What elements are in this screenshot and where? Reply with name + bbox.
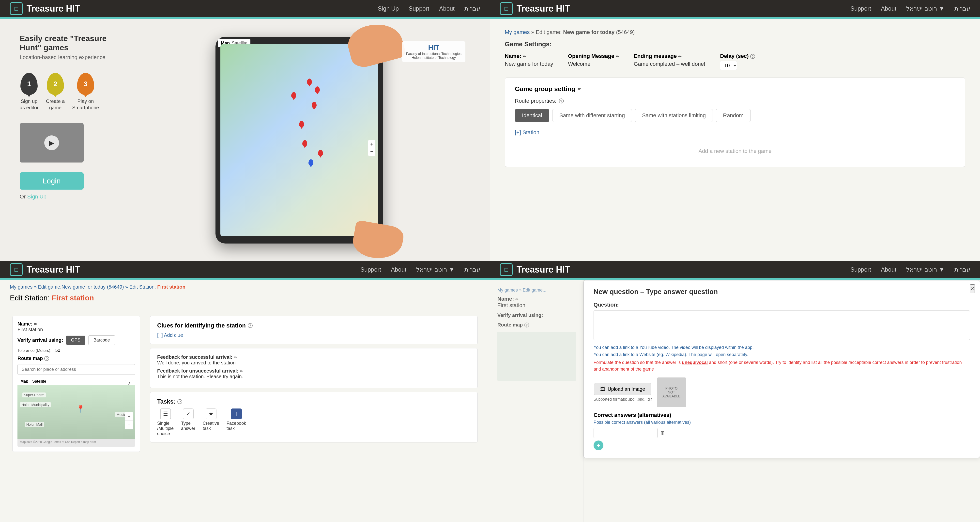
logo-icon-q4: ◻ <box>500 263 512 276</box>
upload-image-btn[interactable]: 🖼 Upload an Image <box>594 383 651 395</box>
name-edit-icon[interactable]: ✏ <box>523 54 526 59</box>
task-single-choice[interactable]: ☰ Single/Multiplechoice <box>157 409 173 436</box>
name-value-q3: First station <box>18 327 135 332</box>
upload-image-icon: 🖼 <box>600 386 605 392</box>
delete-answer-btn-1[interactable]: 🗑 <box>660 430 665 436</box>
nav-about-q3[interactable]: About <box>391 266 406 273</box>
question-textarea[interactable] <box>593 310 970 340</box>
nav-about-q4[interactable]: About <box>881 266 896 273</box>
breadcrumb-my-games[interactable]: My games <box>505 29 530 35</box>
station-name-box: Name: ✏ First station Verify arrival usi… <box>12 316 140 452</box>
name-label-q3: Name: ✏ <box>18 321 37 327</box>
task-facebook[interactable]: f Facebooktask <box>227 409 246 436</box>
hint-website: You can add a link to a Website (eg. Wik… <box>593 352 970 357</box>
nav-user-q2[interactable]: רוטם ישראל ▼ <box>906 5 945 12</box>
pin-2: 2 <box>47 73 64 95</box>
creative-task-icon: ★ <box>206 409 216 419</box>
gs-name: Name: ✏ New game for today <box>505 53 553 70</box>
logo-area-q1: ◻ Treasure HIT <box>10 2 80 15</box>
breadcrumb-q3: My games » Edit game:New game for today … <box>10 284 480 290</box>
clues-info-icon: ? <box>248 323 253 328</box>
upload-section: 🖼 Upload an Image Supported formats: .jp… <box>593 377 970 407</box>
feedback-fail-row: Feedback for unsuccessful arrival: ✏ Thi… <box>157 368 471 380</box>
group-edit-icon[interactable]: ✏ <box>578 87 581 91</box>
feedback-success-value: Well done, you arrived to the station <box>157 360 471 366</box>
nav-about-q1[interactable]: About <box>439 5 455 12</box>
step-num-2: 2 <box>53 80 57 88</box>
task-type-answer[interactable]: ✓ Typeanswer <box>181 409 195 436</box>
headline: Easily create "Treasure Hunt" games <box>20 34 113 52</box>
modal-title: New question – Type answer question <box>593 288 970 296</box>
map-pin-3 <box>312 102 317 108</box>
site-name-q3: Treasure HIT <box>27 265 80 275</box>
station-map-tab-satellite[interactable]: Satellite <box>32 379 46 384</box>
feedback-success-row: Feedback for successful arrival: ✏ Well … <box>157 354 471 366</box>
map-pin-6 <box>309 159 313 166</box>
nav-about-q2[interactable]: About <box>881 5 896 12</box>
station-map-tab-map[interactable]: Map <box>21 379 28 384</box>
map-zoom-in[interactable]: + <box>125 412 133 421</box>
login-button[interactable]: Login <box>20 172 84 190</box>
route-btn-identical[interactable]: Identical <box>515 109 549 122</box>
step-label-2: Create agame <box>46 98 65 111</box>
gs-name-value: New game for today <box>505 61 553 67</box>
map-pin-7 <box>318 150 323 156</box>
map-zoom-out[interactable]: − <box>125 421 133 429</box>
modal-close-btn[interactable]: × <box>970 284 975 293</box>
route-btn-stations-limiting[interactable]: Same with stations limiting <box>635 109 713 122</box>
hit-title: HIT <box>406 44 461 52</box>
gs-opening: Opening Message ✏ Welcome <box>568 53 619 70</box>
q4-name-edit-icon[interactable]: ✏ <box>515 297 519 302</box>
barcode-btn[interactable]: Barcode <box>88 335 115 345</box>
delay-select[interactable]: 10 <box>720 61 737 70</box>
nav-support-q3[interactable]: Support <box>360 266 381 273</box>
bc-edit-game-q3[interactable]: Edit game:New game for today (54649) <box>38 284 124 290</box>
add-answer-btn[interactable]: + <box>593 441 603 450</box>
header-q1: ◻ Treasure HIT Sign Up Support About עבר… <box>0 0 490 17</box>
play-button[interactable]: ▶ <box>44 136 59 150</box>
signup-link[interactable]: Sign Up <box>27 193 46 200</box>
nav-support-q1[interactable]: Support <box>409 5 429 12</box>
answer-input-1[interactable] <box>593 428 657 438</box>
header-q3: ◻ Treasure HIT Support About רוטם ישראל … <box>0 261 490 278</box>
nav-lang-q2[interactable]: עברית <box>955 5 970 12</box>
site-name-q2: Treasure HIT <box>517 3 570 14</box>
feedback-box: Feedback for successful arrival: ✏ Well … <box>150 348 478 388</box>
question-label: Question: <box>593 302 970 308</box>
accent-bar-q4 <box>490 278 980 280</box>
nav-q1: Sign Up Support About עברית <box>378 5 480 12</box>
feedback-fail-value: This is not the station. Please try agai… <box>157 374 471 380</box>
tasks-info-icon: ? <box>177 399 182 404</box>
gps-btn[interactable]: GPS <box>66 335 85 345</box>
opening-edit-icon[interactable]: ✏ <box>616 54 619 59</box>
route-btn-diff-starting[interactable]: Same with different starting <box>552 109 632 122</box>
route-btn-random[interactable]: Random <box>716 109 751 122</box>
place-search-input[interactable] <box>18 364 135 375</box>
feedback-fail-edit-icon[interactable]: ✏ <box>240 369 243 373</box>
ending-edit-icon[interactable]: ✏ <box>678 54 681 59</box>
nav-user-q3[interactable]: רוטם ישראל ▼ <box>416 266 455 273</box>
street-label-1: Super-Pharm <box>22 393 46 397</box>
q4-breadcrumb: My games » Edit game... <box>497 287 576 293</box>
nav-support-q2[interactable]: Support <box>850 5 871 12</box>
feedback-success-edit-icon[interactable]: ✏ <box>234 355 237 359</box>
add-station-link[interactable]: [+] Station <box>515 129 955 136</box>
subline: Location-based learning experience <box>20 54 113 61</box>
nav-lang-q4[interactable]: עברית <box>955 266 970 273</box>
map-showcase: HIT Faculty of Instructional Technologie… <box>128 34 470 246</box>
nav-signup-q1[interactable]: Sign Up <box>378 5 399 12</box>
name-edit-icon-q3[interactable]: ✏ <box>34 322 37 326</box>
accent-bar-q1 <box>0 17 490 19</box>
nav-lang-q3[interactable]: עברית <box>465 266 480 273</box>
map-attribution: Map data ©2020 Google Terms of Use Repor… <box>18 439 135 445</box>
add-clue-link[interactable]: [+] Add clue <box>157 332 183 338</box>
station-map-view: Map Satellite ⤢ Super-Pharm Holon Munici… <box>18 378 135 447</box>
nav-lang-q1[interactable]: עברית <box>465 5 480 12</box>
task-creative[interactable]: ★ Creativetask <box>203 409 219 436</box>
correct-answers-sub: Possible correct answers (all various al… <box>593 420 970 425</box>
accent-bar-q2 <box>490 17 980 19</box>
nav-support-q4[interactable]: Support <box>850 266 871 273</box>
nav-user-q4[interactable]: רוטם ישראל ▼ <box>906 266 945 273</box>
logo-area-q3: ◻ Treasure HIT <box>10 263 80 276</box>
bc-my-games-q3[interactable]: My games <box>10 284 32 290</box>
